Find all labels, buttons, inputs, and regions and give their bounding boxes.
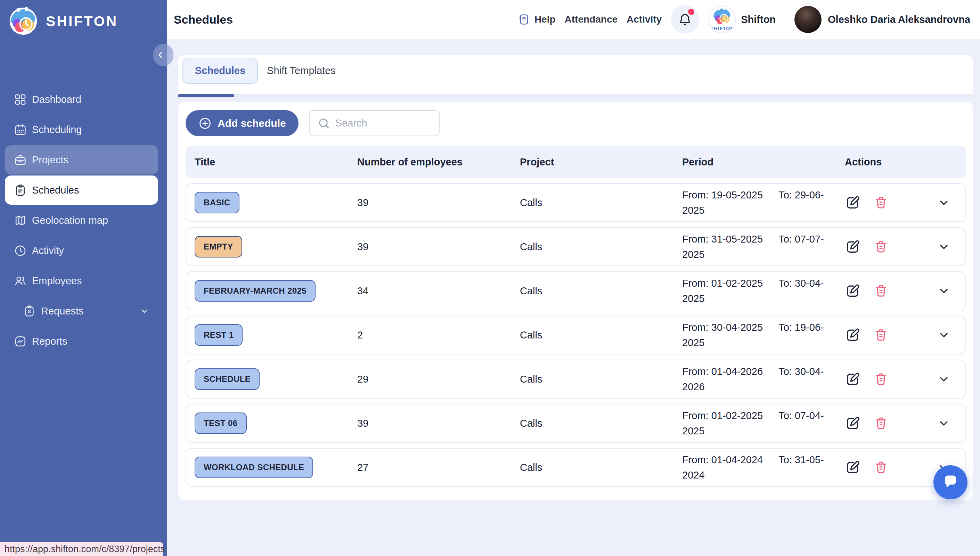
edit-pencil-icon [845,239,861,255]
trash-icon [873,239,889,254]
project-name: Calls [520,462,682,473]
edit-schedule-button[interactable] [845,239,861,255]
schedule-title-badge: TEST 06 [195,412,247,434]
sidebar-item-geolocation-map[interactable]: Geolocation map [5,206,158,235]
sidebar-item-schedules[interactable]: Schedules [5,176,158,205]
trash-icon [873,327,889,343]
dashboard-grid-icon [14,93,27,106]
search-box [309,110,440,136]
activity-label: Activity [626,14,662,25]
employees-count: 39 [357,418,520,429]
period-text: From: 01-04-2024To: 31-05-2024 [682,452,845,483]
tab-schedules[interactable]: Schedules [182,58,258,84]
delete-schedule-button[interactable] [873,372,889,387]
expand-row-button[interactable] [937,416,951,430]
sidebar-item-activity[interactable]: Activity [5,236,158,265]
schedule-title-badge: SCHEDULE [195,369,260,390]
edit-schedule-button[interactable] [845,371,861,387]
chat-bubble-icon [941,473,959,491]
attendance-link[interactable]: Attendance [565,14,618,25]
edit-pencil-icon [845,327,861,343]
map-icon [14,214,27,227]
edit-schedule-button[interactable] [845,283,861,299]
project-name: Calls [520,373,682,385]
period-text: From: 19-05-2025To: 29-06-2025 [682,187,845,218]
clipboard-x-icon [23,305,36,318]
sidebar-nav: Dashboard Scheduling Projects Schedules … [5,85,158,356]
sidebar-item-requests[interactable]: Requests [5,296,158,326]
trash-icon [873,415,889,431]
user-menu[interactable]: Oleshko Daria Aleksandrovna [794,6,970,33]
sidebar-item-label: Activity [32,245,64,257]
sidebar-item-reports[interactable]: Reports [5,326,158,356]
table-row: SCHEDULE 29 Calls From: 01-04-2026To: 30… [186,360,966,399]
sidebar-item-employees[interactable]: Employees [5,266,158,296]
notification-dot [688,9,694,15]
period-text: From: 30-04-2025To: 19-06-2025 [682,320,845,350]
company-switcher[interactable]: SHIFTON Shifton [708,6,776,33]
delete-schedule-button[interactable] [873,327,889,343]
period-from: From: 01-04-2026 [682,366,763,377]
employees-count: 27 [357,462,520,473]
delete-schedule-button[interactable] [873,283,889,299]
company-avatar-text: SHIFTON [709,26,735,31]
edit-schedule-button[interactable] [845,327,861,343]
sidebar-item-scheduling[interactable]: Scheduling [5,115,158,144]
employees-count: 34 [357,285,520,297]
expand-row-button[interactable] [937,284,951,298]
tabs-bar: Schedules Shift Templates [178,55,973,97]
period-from: From: 01-04-2024 [682,454,763,465]
employees-count: 39 [357,197,520,208]
edit-pencil-icon [845,371,861,387]
help-book-icon [518,13,530,26]
delete-schedule-button[interactable] [873,195,889,210]
user-avatar [794,6,822,33]
notifications-button[interactable] [671,5,699,34]
page-title: Schedules [167,13,233,26]
help-link[interactable]: Help [518,13,556,26]
schedule-title-badge: EMPTY [195,236,242,257]
company-avatar: SHIFTON [708,6,736,33]
chevron-down-icon [937,372,951,386]
topbar-actions: Help Attendance Activity SHIFTON Shifton [518,5,970,34]
company-name: Shifton [741,14,776,25]
clock-icon [14,244,27,257]
sidebar-item-dashboard[interactable]: Dashboard [5,85,158,114]
main-content: Schedules Shift Templates Add schedule T… [167,39,980,556]
shifton-logo-icon [712,7,732,26]
trash-icon [873,460,889,475]
activity-link[interactable]: Activity [626,14,662,25]
report-icon [14,335,27,348]
edit-schedule-button[interactable] [845,195,861,210]
delete-schedule-button[interactable] [873,460,889,475]
clipboard-icon [14,184,27,197]
delete-schedule-button[interactable] [873,239,889,254]
edit-pencil-icon [845,283,861,299]
chevron-left-icon [155,50,166,60]
edit-schedule-button[interactable] [845,415,861,431]
shifton-app: SHIFTON Dashboard Scheduling Projects Sc… [0,0,980,556]
schedule-title-badge: FEBRUARY-MARCH 2025 [195,280,316,302]
table-header: Title Number of employees Project Period… [186,146,966,178]
table-row: FEBRUARY-MARCH 2025 34 Calls From: 01-02… [186,272,966,310]
expand-row-button[interactable] [937,196,951,210]
table-row: TEST 06 39 Calls From: 01-02-2025To: 07-… [186,404,966,443]
chevron-down-icon [937,416,951,430]
expand-row-button[interactable] [937,328,951,342]
employees-count: 39 [357,241,520,253]
chat-widget-button[interactable] [933,465,967,499]
tab-shift-templates[interactable]: Shift Templates [267,65,336,76]
edit-schedule-button[interactable] [845,459,861,475]
chevron-down-icon [139,306,150,316]
expand-row-button[interactable] [937,240,951,254]
edit-pencil-icon [845,459,861,475]
employees-count: 2 [357,330,520,341]
add-schedule-button[interactable]: Add schedule [186,110,299,136]
sidebar-item-label: Employees [32,275,82,287]
project-name: Calls [520,418,682,429]
schedule-rows: BASIC 39 Calls From: 19-05-2025To: 29-06… [186,183,966,487]
sidebar-item-projects[interactable]: Projects [5,145,158,175]
delete-schedule-button[interactable] [873,415,889,431]
attendance-label: Attendance [565,14,618,25]
expand-row-button[interactable] [937,372,951,386]
